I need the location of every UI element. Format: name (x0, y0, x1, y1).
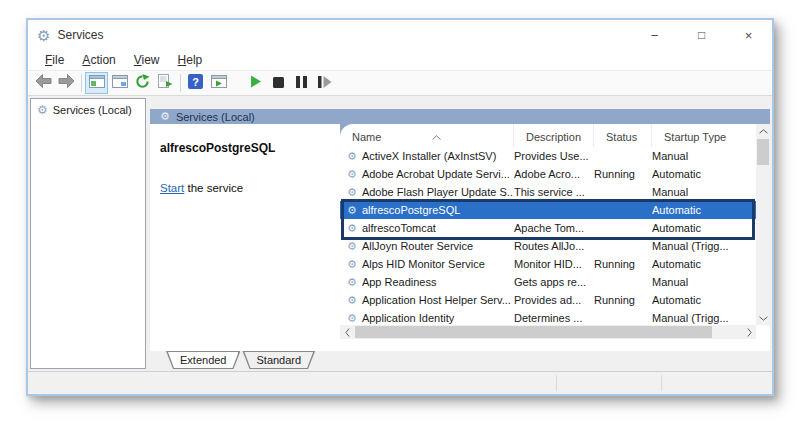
service-name-cell: ⚙Application Identity (340, 312, 514, 324)
maximize-button[interactable]: □ (678, 20, 725, 50)
menu-action[interactable]: Action (73, 53, 124, 67)
window-body: ⚙ Services (Local) ⚙ Services (Local) al… (28, 96, 772, 371)
service-gear-icon: ⚙ (347, 187, 357, 198)
start-service-button[interactable] (244, 72, 267, 94)
toolbar-separator (180, 74, 181, 92)
pause-service-icon (296, 74, 307, 92)
menu-file[interactable]: File (36, 53, 73, 67)
service-description-panel: alfrescoPostgreSQL Start the service (150, 124, 340, 351)
restart-service-icon (318, 74, 332, 92)
services-list: NameDescriptionStatusStartup Type ⚙Activ… (340, 124, 770, 339)
service-gear-icon: ⚙ (347, 259, 357, 270)
stop-service-button[interactable] (267, 72, 290, 94)
service-gear-icon: ⚙ (347, 277, 357, 288)
back-button[interactable] (32, 72, 55, 94)
scroll-left-icon[interactable] (340, 325, 354, 339)
service-startup-cell: Manual (652, 186, 756, 198)
service-action-text: Start the service (160, 182, 330, 194)
service-action-rest: the service (184, 182, 243, 194)
column-header-name[interactable]: Name (340, 124, 514, 147)
scroll-right-icon[interactable] (742, 325, 756, 339)
sort-ascending-icon (432, 126, 441, 144)
service-startup-cell: Automatic (652, 168, 756, 180)
start-service-icon (250, 74, 262, 92)
list-header: NameDescriptionStatusStartup Type (340, 124, 770, 147)
service-name-cell: ⚙Alps HID Monitor Service (340, 258, 514, 270)
service-gear-icon: ⚙ (347, 223, 357, 234)
service-row[interactable]: ⚙alfrescoTomcatApache Tom...Automatic (340, 219, 756, 237)
service-description-cell: Determines ... (514, 312, 594, 324)
service-gear-icon: ⚙ (347, 151, 357, 162)
tab-standard[interactable]: Standard (242, 351, 315, 369)
console-tree-panel: ⚙ Services (Local) (30, 98, 146, 369)
scroll-up-icon[interactable] (756, 124, 770, 138)
column-header-description[interactable]: Description (514, 124, 594, 147)
vertical-scroll-thumb[interactable] (757, 139, 769, 165)
start-service-link[interactable]: Start (160, 182, 184, 194)
properties-button[interactable] (108, 72, 131, 94)
service-startup-cell: Automatic (652, 258, 756, 270)
service-description-cell: Provides ad... (514, 294, 594, 306)
services-window: ⚙ Services − □ × FileActionViewHelp ? ⚙ (26, 18, 774, 396)
show-console-tree-button[interactable] (85, 72, 108, 94)
status-bar-divider (556, 375, 557, 391)
help-icon: ? (188, 74, 203, 93)
tab-label: Extended (168, 352, 238, 368)
pause-service-button[interactable] (290, 72, 313, 94)
menu-view[interactable]: View (125, 53, 169, 67)
service-row[interactable]: ⚙ActiveX Installer (AxInstSV)Provides Us… (340, 147, 756, 165)
service-gear-icon: ⚙ (347, 241, 357, 252)
export-list-icon (158, 74, 173, 92)
service-startup-cell: Manual (Trigg... (652, 312, 756, 324)
help-button[interactable]: ? (184, 72, 207, 94)
service-row[interactable]: ⚙alfrescoPostgreSQLAutomatic (340, 201, 756, 219)
refresh-button[interactable] (131, 72, 154, 94)
column-header-startup-type[interactable]: Startup Type (652, 124, 756, 147)
service-row[interactable]: ⚙Adobe Flash Player Update S...This serv… (340, 183, 756, 201)
show-window-icon (211, 74, 227, 92)
service-row[interactable]: ⚙Application IdentityDetermines ...Manua… (340, 309, 756, 325)
service-gear-icon: ⚙ (347, 295, 357, 306)
svg-text:?: ? (192, 75, 199, 87)
service-name-cell: ⚙alfrescoPostgreSQL (340, 204, 514, 216)
service-name-cell: ⚙ActiveX Installer (AxInstSV) (340, 150, 514, 162)
close-button[interactable]: × (725, 20, 772, 50)
horizontal-scroll-thumb[interactable] (355, 326, 712, 338)
services-gear-icon: ⚙ (37, 104, 48, 116)
minimize-button[interactable]: − (631, 20, 678, 50)
services-gear-icon: ⚙ (160, 111, 170, 122)
horizontal-scrollbar[interactable] (340, 325, 756, 339)
view-tabs: ExtendedStandard (150, 351, 770, 369)
forward-button[interactable] (55, 72, 78, 94)
service-row[interactable]: ⚙App ReadinessGets apps re...Manual (340, 273, 756, 291)
service-row[interactable]: ⚙Adobe Acrobat Update Servi...Adobe Acro… (340, 165, 756, 183)
show-window-button[interactable] (207, 72, 230, 94)
service-name-cell: ⚙Application Host Helper Serv... (340, 294, 514, 306)
export-list-button[interactable] (154, 72, 177, 94)
back-icon (35, 74, 52, 92)
service-row[interactable]: ⚙Application Host Helper Serv...Provides… (340, 291, 756, 309)
service-row[interactable]: ⚙AllJoyn Router ServiceRoutes AllJo...Ma… (340, 237, 756, 255)
band-title: Services (Local) (176, 111, 255, 123)
service-startup-cell: Automatic (652, 204, 756, 216)
service-row[interactable]: ⚙Alps HID Monitor ServiceMonitor HID...R… (340, 255, 756, 273)
menu-help[interactable]: Help (169, 53, 212, 67)
service-status-cell: Running (594, 294, 652, 306)
forward-icon (58, 74, 75, 92)
tab-extended[interactable]: Extended (166, 351, 240, 369)
status-bar (28, 371, 772, 394)
tree-item-label: Services (Local) (53, 104, 132, 116)
service-startup-cell: Automatic (652, 222, 756, 234)
selected-service-name: alfrescoPostgreSQL (160, 141, 330, 155)
properties-icon (112, 74, 128, 92)
vertical-scrollbar[interactable] (756, 124, 770, 325)
show-console-tree-icon (89, 74, 105, 92)
tree-item-services-local[interactable]: ⚙ Services (Local) (31, 99, 145, 116)
restart-service-button[interactable] (313, 72, 336, 94)
window-controls: − □ × (631, 20, 772, 50)
service-startup-cell: Manual (652, 276, 756, 288)
column-header-status[interactable]: Status (594, 124, 652, 147)
tab-label: Standard (244, 352, 313, 368)
scroll-down-icon[interactable] (756, 311, 770, 325)
service-startup-cell: Manual (652, 150, 756, 162)
